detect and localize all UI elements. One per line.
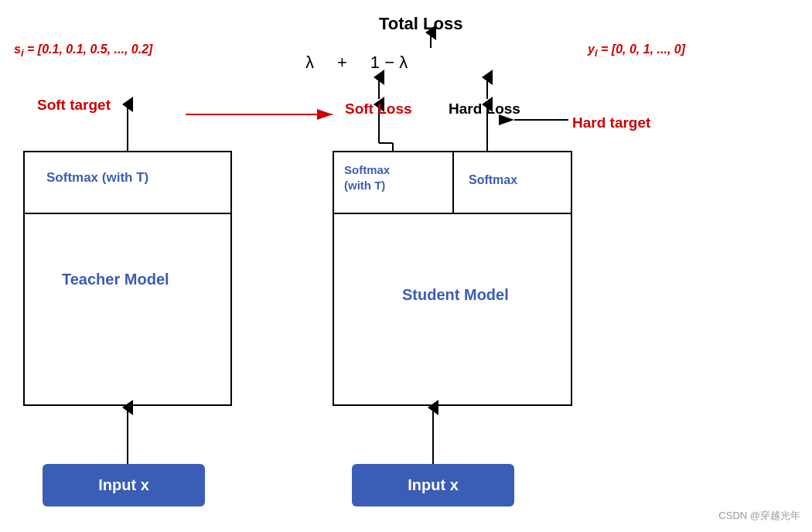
hard-target-label: Hard target — [572, 114, 650, 131]
student-model-label: Student Model — [402, 286, 509, 304]
diagram: Total Loss λ + 1 − λ si = [0.1, 0.1, 0.5… — [0, 0, 812, 532]
si-formula-label: si = [0.1, 0.1, 0.5, ..., 0.2] — [14, 43, 152, 59]
input-student-box: Input x — [352, 464, 514, 506]
one-minus-lambda-label: 1 − λ — [370, 53, 408, 73]
total-loss-label: Total Loss — [379, 14, 462, 34]
input-teacher-box: Input x — [43, 464, 205, 506]
student-softmax-label: Softmax — [469, 173, 517, 187]
soft-target-label: Soft target — [37, 97, 111, 114]
input-student-label: Input x — [408, 476, 459, 494]
hard-loss-label: Hard Loss — [449, 101, 520, 118]
student-softmax-t-label: Softmax(with T) — [344, 162, 390, 193]
student-divider-vertical — [452, 151, 454, 213]
student-divider-horizontal — [333, 213, 572, 214]
yi-formula-label: yi = [0, 0, 1, ..., 0] — [588, 43, 685, 59]
watermark: CSDN @穿越光年 — [718, 509, 800, 523]
plus-label: + — [337, 53, 347, 73]
teacher-softmax-divider — [23, 213, 232, 214]
soft-loss-label: Soft Loss — [345, 101, 412, 118]
lambda-label: λ — [305, 53, 314, 73]
teacher-model-label: Teacher Model — [62, 271, 169, 288]
teacher-softmax-label: Softmax (with T) — [46, 170, 148, 186]
input-teacher-label: Input x — [98, 476, 149, 494]
